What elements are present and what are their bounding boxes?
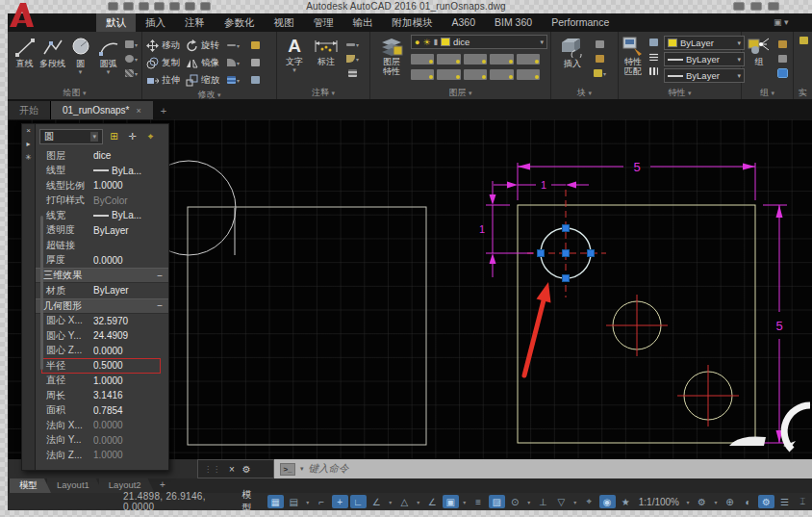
dim-style-button[interactable]: ▾ — [344, 39, 361, 50]
group-button[interactable]: 组 — [746, 35, 773, 66]
selection-filter-icon[interactable]: ▽ — [553, 495, 570, 508]
command-line-grip[interactable]: ⋮⋮ × ⚙ — [197, 459, 274, 478]
command-dropdown-icon[interactable]: ▾ — [300, 465, 304, 473]
property-row[interactable]: 法向 Z... 1.0000 — [36, 448, 168, 463]
palette-autohide-icon[interactable]: ▸ — [26, 141, 30, 148]
lineweight-dropdown[interactable]: ByLayer▾ — [664, 68, 745, 83]
rectangle-button[interactable]: ▾ — [123, 39, 140, 50]
copy-button[interactable]: 复制 — [146, 57, 180, 69]
property-row[interactable]: 半径 0.5000 — [36, 358, 168, 374]
ribbon-tab[interactable]: 管理 — [304, 13, 343, 32]
property-row[interactable]: 周长 3.1416 — [36, 388, 168, 403]
erase-button[interactable] — [247, 39, 264, 51]
fillet-button[interactable]: ▾ — [225, 57, 241, 68]
ribbon-tab[interactable]: 插入 — [136, 13, 175, 32]
layer-current-button[interactable] — [517, 69, 540, 80]
property-row[interactable]: 线型比例 1.0000 — [36, 178, 168, 194]
ribbon-tab[interactable]: BIM 360 — [485, 13, 542, 32]
file-tab-close-icon[interactable]: × — [137, 106, 141, 116]
layer-unisolate-button[interactable] — [437, 69, 460, 80]
file-tab-document[interactable]: 01_runOsnaps*× — [51, 101, 153, 119]
select-objects-icon[interactable]: ✛ — [125, 130, 140, 143]
explode-button[interactable] — [247, 74, 264, 86]
ribbon-tab[interactable]: A360 — [443, 13, 486, 32]
annotation-scale[interactable]: 1:1/100% — [639, 497, 679, 507]
exchange-icon[interactable] — [750, 2, 762, 11]
ribbon-tab[interactable]: 视图 — [265, 13, 304, 32]
workspace-switch-icon[interactable]: ⚙ — [694, 495, 710, 508]
grip-left[interactable] — [538, 250, 545, 257]
help-icon[interactable] — [768, 2, 779, 11]
hardware-accel-icon[interactable]: ⚙ — [758, 495, 774, 508]
model-space-label[interactable]: 模型 — [241, 488, 259, 515]
ribbon-tab[interactable]: 默认 — [96, 13, 136, 32]
scale-dropdown-icon[interactable]: ▾ — [684, 495, 692, 508]
measure-button[interactable] — [798, 35, 810, 46]
grip-right[interactable] — [588, 250, 595, 257]
lineweight-list-icon[interactable] — [646, 51, 662, 63]
file-tab-start[interactable]: 开始 — [8, 101, 51, 119]
insert-button[interactable]: 插入 — [555, 35, 590, 68]
property-row[interactable]: 线型 ByLa... — [36, 164, 168, 179]
osnap-dropdown-icon[interactable]: ▾ — [461, 495, 469, 508]
property-row[interactable]: 透明度 ByLayer — [36, 223, 168, 239]
section-geometry[interactable]: 几何图形− — [36, 298, 168, 314]
panel-title-utilities[interactable]: 实 — [794, 87, 812, 99]
autoscale-icon[interactable]: ★ — [618, 495, 634, 508]
quick-select-icon[interactable]: ⌖ — [143, 130, 158, 143]
panel-title-annotate[interactable]: 注释 ▾ — [277, 87, 369, 99]
layer-match-button[interactable] — [517, 54, 540, 65]
stretch-button[interactable]: 拉伸 — [146, 74, 180, 87]
block-editor-button[interactable]: ▾ — [592, 67, 608, 79]
array-button[interactable]: ▾ — [225, 74, 241, 86]
group-selection-toggle[interactable] — [774, 67, 791, 79]
circle-button[interactable]: 圆▾ — [67, 35, 93, 74]
property-row[interactable]: 超链接 — [36, 238, 168, 253]
snap-icon[interactable]: ▤ — [286, 495, 302, 508]
isodraft-icon[interactable]: △ — [396, 495, 413, 508]
property-row[interactable]: 材质 ByLayer — [36, 283, 168, 298]
polar-tracking-icon[interactable]: ∠ — [368, 495, 385, 508]
palette-scrollbar[interactable] — [40, 216, 43, 370]
layer-freeze-button[interactable] — [464, 54, 487, 65]
ellipse-button[interactable]: ▾ — [123, 53, 140, 65]
annotation-visibility-icon[interactable]: ◉ — [599, 495, 616, 508]
object-color-dropdown[interactable]: ByLayer▾ — [664, 36, 745, 50]
property-row[interactable]: 直径 1.0000 — [36, 374, 168, 389]
property-row[interactable]: 法向 X... 0.0000 — [36, 418, 168, 433]
section-3d-effects[interactable]: 三维效果− — [36, 268, 168, 283]
panel-title-group[interactable]: 组 ▾ — [742, 87, 793, 99]
command-input-bar[interactable]: >_ ▾ 键入命令 — [274, 459, 812, 478]
hatch-button[interactable]: ▾ — [123, 67, 140, 79]
ribbon-tab[interactable]: 附加模块 — [383, 13, 443, 32]
clean-screen-icon[interactable]: ⌶ — [795, 495, 811, 508]
create-block-button[interactable] — [592, 39, 608, 50]
ribbon-tab[interactable]: 输出 — [343, 13, 383, 32]
new-tab-button[interactable]: + — [161, 105, 166, 116]
layer-properties-button[interactable]: 图层特性 — [374, 35, 409, 76]
workspace-dropdown-icon[interactable]: ▾ — [712, 495, 720, 508]
arc-button[interactable]: 圆弧▾ — [95, 35, 121, 74]
annotation-monitor-icon[interactable]: ⊕ — [722, 495, 738, 508]
osnap-tracking-icon[interactable]: ∠ — [424, 495, 441, 508]
ribbon-tab[interactable]: 参数化 — [215, 13, 265, 32]
palette-settings-icon[interactable]: ✳ — [25, 154, 32, 162]
list-button[interactable] — [646, 37, 662, 48]
osnap-icon[interactable]: ▣ — [443, 495, 459, 508]
layer-on-all-button[interactable] — [411, 69, 434, 80]
scale-button[interactable]: 缩放 — [186, 74, 219, 87]
dynamic-input-icon[interactable]: + — [332, 495, 348, 508]
polar-dropdown-icon[interactable]: ▾ — [387, 495, 394, 508]
recent-commands-icon[interactable]: >_ — [280, 463, 295, 476]
grip-top[interactable] — [563, 225, 570, 232]
layout-tab[interactable]: 模型 — [10, 478, 51, 493]
group-edit-button[interactable] — [774, 53, 791, 65]
3d-button[interactable] — [247, 57, 264, 68]
customize-icon[interactable]: ☰ — [776, 495, 793, 508]
layer-unlock-button[interactable] — [490, 69, 513, 80]
command-close-icon[interactable]: × — [229, 464, 235, 475]
grid-icon[interactable]: ▦ — [267, 495, 284, 508]
grip-bottom[interactable] — [563, 275, 570, 282]
property-row[interactable]: 图层 dice — [36, 148, 168, 164]
filter-dropdown-icon[interactable]: ▾ — [571, 495, 579, 508]
